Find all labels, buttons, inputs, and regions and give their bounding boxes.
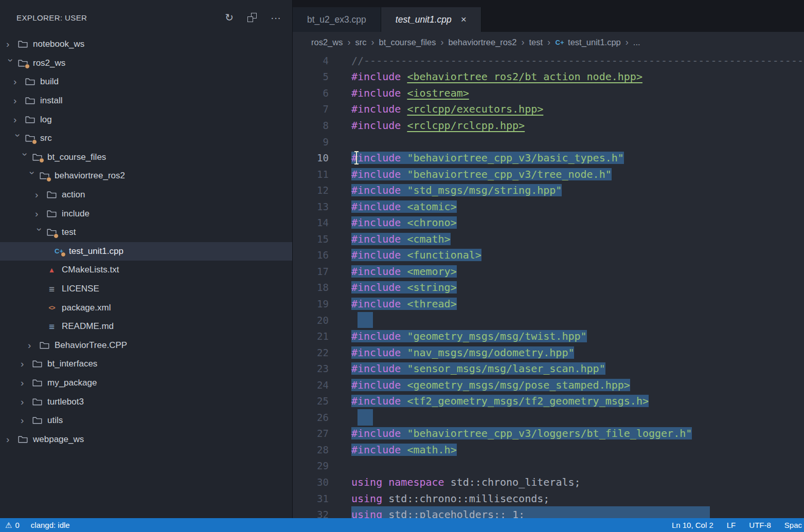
tree-item-bt_course_files[interactable]: ›bt_course_files	[0, 148, 292, 167]
line-number[interactable]: 10	[293, 152, 329, 163]
code-line-5[interactable]: 5#include <behaviortree_ros2/bt_action_n…	[293, 69, 804, 85]
tree-item-test_unit1.cpp[interactable]: ›C+test_unit1.cpp	[0, 242, 292, 261]
breadcrumb-ros2_ws[interactable]: ros2_ws	[311, 38, 343, 47]
tree-item-log[interactable]: ›log	[0, 110, 292, 129]
code-line-24[interactable]: 24#include <geometry_msgs/msg/pose_stamp…	[293, 377, 804, 393]
code-line-25[interactable]: 25#include <tf2_geometry_msgs/tf2_geomet…	[293, 393, 804, 409]
line-number[interactable]: 5	[293, 71, 329, 82]
tree-item-ros2_ws[interactable]: ›ros2_ws	[0, 54, 292, 73]
code-line-6[interactable]: 6#include <iostream>	[293, 85, 804, 101]
line-number[interactable]: 28	[293, 444, 329, 455]
line-number[interactable]: 23	[293, 363, 329, 374]
tree-item-README.md[interactable]: ›≡README.md	[0, 317, 292, 336]
line-number[interactable]: 18	[293, 282, 329, 293]
tree-item-CMakeLists.txt[interactable]: ›▲CMakeLists.txt	[0, 261, 292, 280]
tree-item-turtlebot3[interactable]: ›turtlebot3	[0, 392, 292, 411]
cursor-position[interactable]: Ln 10, Col 2	[672, 521, 713, 529]
tree-item-include[interactable]: ›include	[0, 204, 292, 223]
line-number[interactable]: 29	[293, 460, 329, 471]
tab-test_unit1-cpp[interactable]: test_unit1.cpp ×	[381, 7, 481, 32]
tree-item-my_package[interactable]: ›my_package	[0, 374, 292, 393]
line-number[interactable]: 17	[293, 266, 329, 277]
code-line-31[interactable]: 31using std::chrono::milliseconds;	[293, 490, 804, 507]
breadcrumb-src[interactable]: src	[355, 38, 366, 47]
tree-item-LICENSE[interactable]: ›≡LICENSE	[0, 280, 292, 299]
more-actions-icon[interactable]: ···	[271, 12, 281, 23]
line-number[interactable]: 13	[293, 201, 329, 212]
code-line-16[interactable]: 16#include <functional>	[293, 247, 804, 264]
problems-indicator[interactable]: ⚠ 0	[5, 521, 20, 530]
line-number[interactable]: 21	[293, 331, 329, 342]
code-line-8[interactable]: 8#include <rclcpp/rclcpp.hpp>	[293, 117, 804, 134]
breadcrumb-bt_course_files[interactable]: bt_course_files	[379, 38, 436, 47]
code-line-4[interactable]: 4//-------------------------------------…	[293, 52, 804, 69]
open-editors-icon[interactable]	[247, 12, 257, 23]
tree-item-utils[interactable]: ›utils	[0, 411, 292, 430]
breadcrumb-test[interactable]: test	[529, 38, 543, 47]
code-line-32[interactable]: 32using std::placeholders::_1;	[293, 506, 804, 518]
tree-item-webpage_ws[interactable]: ›webpage_ws	[0, 430, 292, 449]
code-line-15[interactable]: 15#include <cmath>	[293, 231, 804, 247]
code-line-21[interactable]: 21#include "geometry_msgs/msg/twist.hpp"	[293, 328, 804, 344]
line-number[interactable]: 26	[293, 412, 329, 423]
tree-item-package.xml[interactable]: ›<>package.xml	[0, 298, 292, 317]
line-number[interactable]: 27	[293, 428, 329, 439]
code-line-9[interactable]: 9	[293, 134, 804, 150]
line-number[interactable]: 14	[293, 217, 329, 228]
line-number[interactable]: 9	[293, 136, 329, 148]
tree-item-src[interactable]: ›src	[0, 129, 292, 148]
indent-indicator[interactable]: Spac	[784, 521, 802, 529]
tree-item-BehaviorTree.CPP[interactable]: ›BehaviorTree.CPP	[0, 336, 292, 355]
line-number[interactable]: 20	[293, 315, 329, 326]
line-number[interactable]: 16	[293, 249, 329, 261]
line-number[interactable]: 30	[293, 476, 329, 488]
code-line-7[interactable]: 7#include <rclcpp/executors.hpp>	[293, 101, 804, 118]
code-area[interactable]: 4//-------------------------------------…	[293, 52, 804, 518]
line-number[interactable]: 6	[293, 87, 329, 99]
line-number[interactable]: 15	[293, 233, 329, 245]
close-icon[interactable]: ×	[461, 14, 467, 25]
breadcrumb-...[interactable]: ...	[633, 38, 640, 47]
code-line-28[interactable]: 28#include <math.h>	[293, 442, 804, 458]
code-line-23[interactable]: 23#include "sensor_msgs/msg/laser_scan.h…	[293, 360, 804, 377]
tree-item-build[interactable]: ›build	[0, 72, 292, 91]
code-line-27[interactable]: 27#include "behaviortree_cpp_v3/loggers/…	[293, 426, 804, 442]
line-number[interactable]: 24	[293, 379, 329, 391]
line-number[interactable]: 32	[293, 509, 329, 518]
tree-item-bt_interfaces[interactable]: ›bt_interfaces	[0, 355, 292, 374]
line-number[interactable]: 25	[293, 395, 329, 407]
encoding-indicator[interactable]: UTF-8	[749, 521, 771, 529]
line-number[interactable]: 7	[293, 103, 329, 115]
code-line-14[interactable]: 14#include <chrono>	[293, 214, 804, 231]
code-line-13[interactable]: 13#include <atomic>	[293, 198, 804, 215]
tree-item-behaviortree_ros2[interactable]: ›behaviortree_ros2	[0, 167, 292, 186]
code-line-29[interactable]: 29	[293, 458, 804, 474]
tab-bt_u2_ex3-cpp[interactable]: bt_u2_ex3.cpp	[293, 7, 381, 32]
line-number[interactable]: 31	[293, 493, 329, 504]
eol-indicator[interactable]: LF	[727, 521, 736, 529]
code-line-19[interactable]: 19#include <thread>	[293, 296, 804, 312]
code-line-20[interactable]: 20	[293, 312, 804, 328]
code-line-10[interactable]: 10#include "behaviortree_cpp_v3/basic_ty…	[293, 150, 804, 166]
tree-item-notebook_ws[interactable]: ›notebook_ws	[0, 35, 292, 54]
tree-item-install[interactable]: ›install	[0, 91, 292, 111]
refresh-icon[interactable]: ↻	[225, 12, 234, 23]
code-line-22[interactable]: 22#include "nav_msgs/msg/odometry.hpp"	[293, 344, 804, 361]
line-number[interactable]: 8	[293, 120, 329, 131]
code-line-12[interactable]: 12#include "std_msgs/msg/string.hpp"	[293, 182, 804, 198]
code-line-30[interactable]: 30using namespace std::chrono_literals;	[293, 474, 804, 490]
breadcrumb-test_unit1.cpp[interactable]: C+test_unit1.cpp	[555, 38, 621, 47]
tree-item-test[interactable]: ›test	[0, 223, 292, 242]
line-number[interactable]: 11	[293, 169, 329, 180]
line-number[interactable]: 12	[293, 185, 329, 196]
line-number[interactable]: 19	[293, 298, 329, 309]
code-line-17[interactable]: 17#include <memory>	[293, 263, 804, 280]
line-number[interactable]: 4	[293, 55, 329, 66]
breadcrumb-behaviortree_ros2[interactable]: behaviortree_ros2	[448, 38, 516, 47]
code-line-11[interactable]: 11#include "behaviortree_cpp_v3/tree_nod…	[293, 166, 804, 182]
line-number[interactable]: 22	[293, 347, 329, 358]
code-line-26[interactable]: 26	[293, 409, 804, 426]
clangd-status[interactable]: clangd: idle	[31, 521, 70, 529]
tree-item-action[interactable]: ›action	[0, 186, 292, 205]
code-line-18[interactable]: 18#include <string>	[293, 280, 804, 296]
